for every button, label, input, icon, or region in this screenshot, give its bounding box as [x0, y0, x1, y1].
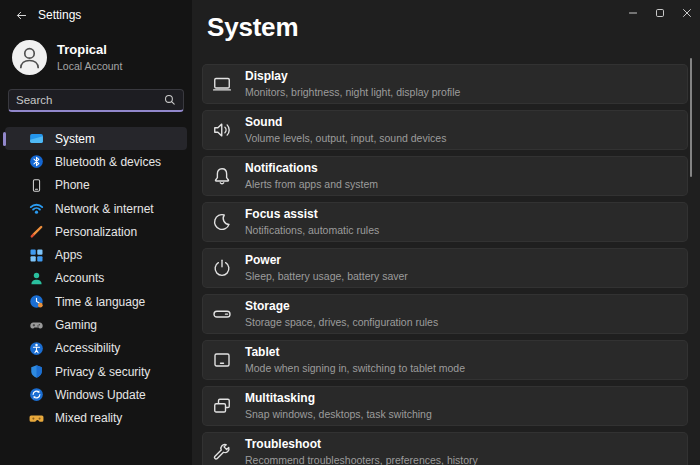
titlebar: Settings — [0, 0, 192, 30]
sidebar-item-privacy-security[interactable]: Privacy & security — [5, 360, 187, 383]
sound-icon — [212, 120, 232, 140]
sidebar-item-label: Bluetooth & devices — [55, 155, 161, 169]
sidebar-item-label: Personalization — [55, 225, 137, 239]
windows-update-icon — [29, 387, 44, 402]
maximize-icon — [653, 6, 667, 20]
sidebar-item-label: Time & language — [55, 295, 145, 309]
settings-card-sound[interactable]: Sound Volume levels, output, input, soun… — [202, 110, 688, 150]
accounts-icon — [29, 271, 44, 286]
card-title: Multitasking — [245, 392, 432, 406]
sidebar-item-label: System — [55, 132, 95, 146]
card-title: Storage — [245, 300, 438, 314]
bluetooth-icon — [29, 154, 44, 169]
card-description: Sleep, battery usage, battery saver — [245, 270, 408, 282]
card-description: Mode when signing in, switching to table… — [245, 362, 465, 374]
card-title: Notifications — [245, 162, 378, 176]
privacy-security-icon — [29, 364, 44, 379]
avatar — [12, 40, 47, 75]
close-button[interactable] — [673, 0, 700, 26]
account-type: Local Account — [57, 60, 122, 72]
sidebar-item-label: Network & internet — [55, 202, 154, 216]
account-section[interactable]: Tropical Local Account — [0, 30, 192, 75]
minimize-button[interactable] — [619, 0, 646, 26]
sidebar-item-label: Mixed reality — [55, 411, 122, 425]
sidebar-item-accessibility[interactable]: Accessibility — [5, 337, 187, 360]
search-box — [8, 89, 184, 112]
gaming-icon — [29, 318, 44, 333]
system-icon — [29, 131, 44, 146]
main-panel: System Display Monitors, brightness, nig… — [192, 0, 700, 465]
search-input[interactable] — [9, 91, 183, 111]
sidebar-item-label: Phone — [55, 178, 90, 192]
back-button[interactable] — [12, 6, 30, 24]
sidebar-item-apps[interactable]: Apps — [5, 243, 187, 266]
card-description: Alerts from apps and system — [245, 178, 378, 190]
sidebar-item-label: Accounts — [55, 271, 104, 285]
card-description: Recommend troubleshooters, preferences, … — [245, 454, 478, 465]
selected-indicator — [3, 132, 6, 146]
card-title: Sound — [245, 116, 446, 130]
accessibility-icon — [29, 341, 44, 356]
sidebar-item-accounts[interactable]: Accounts — [5, 267, 187, 290]
window-title: Settings — [38, 8, 81, 22]
sidebar-item-system[interactable]: System — [5, 127, 187, 150]
account-name: Tropical — [57, 43, 122, 58]
card-title: Troubleshoot — [245, 438, 478, 452]
sidebar-item-gaming[interactable]: Gaming — [5, 313, 187, 336]
personalization-icon — [29, 224, 44, 239]
settings-card-list: Display Monitors, brightness, night ligh… — [202, 64, 688, 465]
sidebar-item-label: Accessibility — [55, 341, 120, 355]
card-description: Storage space, drives, configuration rul… — [245, 316, 438, 328]
card-title: Power — [245, 254, 408, 268]
sidebar-item-time-language[interactable]: Time & language — [5, 290, 187, 313]
settings-window: Settings Tropical Local Account System B… — [0, 0, 700, 465]
time-language-icon — [29, 294, 44, 309]
network-icon — [29, 201, 44, 216]
power-icon — [212, 258, 232, 278]
maximize-button[interactable] — [646, 0, 673, 26]
minimize-icon — [626, 6, 640, 20]
settings-card-notifications[interactable]: Notifications Alerts from apps and syste… — [202, 156, 688, 196]
notifications-icon — [212, 166, 232, 186]
phone-icon — [29, 178, 44, 193]
card-title: Display — [245, 70, 460, 84]
sidebar: Settings Tropical Local Account System B… — [0, 0, 192, 465]
card-description: Volume levels, output, input, sound devi… — [245, 132, 446, 144]
settings-card-power[interactable]: Power Sleep, battery usage, battery save… — [202, 248, 688, 288]
sidebar-item-bluetooth-devices[interactable]: Bluetooth & devices — [5, 150, 187, 173]
card-description: Snap windows, desktops, task switching — [245, 408, 432, 420]
apps-icon — [29, 248, 44, 263]
sidebar-item-windows-update[interactable]: Windows Update — [5, 383, 187, 406]
settings-card-focus-assist[interactable]: Focus assist Notifications, automatic ru… — [202, 202, 688, 242]
card-description: Monitors, brightness, night light, displ… — [245, 86, 460, 98]
window-controls — [619, 0, 700, 26]
settings-card-display[interactable]: Display Monitors, brightness, night ligh… — [202, 64, 688, 104]
tablet-icon — [212, 350, 232, 370]
multitasking-icon — [212, 396, 232, 416]
card-title: Tablet — [245, 346, 465, 360]
sidebar-item-mixed-reality[interactable]: Mixed reality — [5, 407, 187, 430]
settings-card-storage[interactable]: Storage Storage space, drives, configura… — [202, 294, 688, 334]
focus-assist-icon — [212, 212, 232, 232]
troubleshoot-icon — [212, 442, 232, 462]
sidebar-item-label: Windows Update — [55, 388, 146, 402]
sidebar-nav: System Bluetooth & devices Phone Network… — [0, 127, 192, 430]
settings-card-troubleshoot[interactable]: Troubleshoot Recommend troubleshooters, … — [202, 432, 688, 465]
settings-card-multitasking[interactable]: Multitasking Snap windows, desktops, tas… — [202, 386, 688, 426]
settings-card-tablet[interactable]: Tablet Mode when signing in, switching t… — [202, 340, 688, 380]
mixed-reality-icon — [29, 411, 44, 426]
card-title: Focus assist — [245, 208, 379, 222]
sidebar-item-label: Apps — [55, 248, 82, 262]
card-description: Notifications, automatic rules — [245, 224, 379, 236]
display-icon — [212, 74, 232, 94]
sidebar-item-personalization[interactable]: Personalization — [5, 220, 187, 243]
sidebar-item-label: Privacy & security — [55, 365, 150, 379]
close-icon — [680, 6, 694, 20]
sidebar-item-phone[interactable]: Phone — [5, 174, 187, 197]
sidebar-item-network-internet[interactable]: Network & internet — [5, 197, 187, 220]
search-icon — [163, 93, 177, 107]
sidebar-item-label: Gaming — [55, 318, 97, 332]
page-title: System — [207, 12, 298, 43]
storage-icon — [212, 304, 232, 324]
scrollbar[interactable] — [690, 58, 693, 177]
